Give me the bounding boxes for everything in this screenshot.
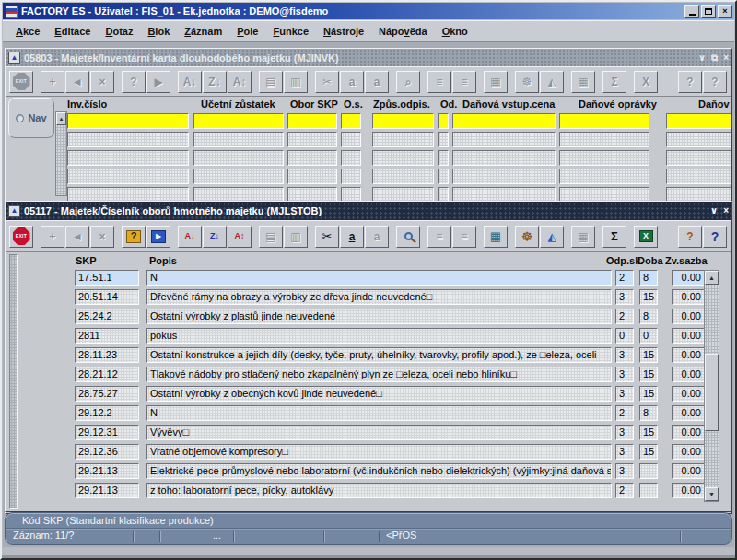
- add-record-button[interactable]: +: [41, 226, 64, 248]
- helm-button[interactable]: ☸: [515, 226, 539, 248]
- odp-sk-field[interactable]: 2: [615, 270, 634, 286]
- inv-cislo-field[interactable]: [67, 132, 189, 147]
- print-button[interactable]: ▤: [259, 71, 283, 93]
- popis-field[interactable]: Vratné objemové kompresory□: [146, 444, 612, 460]
- popis-field[interactable]: Elektrické pece průmyslové nebo laborato…: [146, 463, 612, 479]
- popis-field[interactable]: Ostatní výrobky z plastů jinde neuvedené: [146, 309, 612, 324]
- ucetni-zustatek-field[interactable]: [193, 132, 285, 147]
- os-field[interactable]: [341, 113, 361, 129]
- zv-sazba-field[interactable]: 0.00: [672, 309, 705, 324]
- menu-item[interactable]: Okno: [435, 23, 475, 40]
- cut-button[interactable]: ✂: [315, 71, 339, 93]
- menu-item[interactable]: Blok: [140, 23, 177, 40]
- od-field[interactable]: [438, 150, 449, 166]
- danova-vstup-cena-field[interactable]: [452, 169, 556, 184]
- add-record-button[interactable]: +: [41, 71, 64, 93]
- menu-item[interactable]: Nápověda: [371, 23, 435, 40]
- menu-item[interactable]: Záznam: [177, 23, 229, 40]
- child-close-icon[interactable]: ×: [723, 53, 729, 63]
- sum-button[interactable]: Σ: [602, 226, 626, 248]
- execute-query-button[interactable]: ▶: [146, 226, 170, 248]
- danov-field[interactable]: [666, 150, 731, 166]
- window-05803-title-bar[interactable]: ▲ 05803 - Majetek/Inventární karta dlouh…: [6, 49, 731, 66]
- odp-sk-field[interactable]: 2: [615, 405, 634, 421]
- ucetni-zustatek-field[interactable]: [193, 113, 285, 129]
- scrollbar-thumb[interactable]: [705, 354, 719, 431]
- help-button[interactable]: ?: [703, 71, 727, 93]
- popis-field[interactable]: Tlakové nádoby pro stlačený nebo zkapaln…: [146, 367, 612, 382]
- doba-field[interactable]: 8: [639, 270, 658, 286]
- skp-field[interactable]: 29.12.31: [75, 425, 139, 440]
- delete-record-button[interactable]: ×: [90, 226, 114, 248]
- sort-asc-button[interactable]: A↓: [178, 71, 202, 93]
- odp-sk-field[interactable]: 3: [615, 444, 634, 460]
- danov-field[interactable]: [666, 132, 731, 147]
- popis-field[interactable]: Ostatní konstrukce a jejich díly (desky,…: [146, 347, 612, 363]
- calculator-button[interactable]: ▦: [571, 71, 595, 93]
- popis-field[interactable]: N: [146, 270, 612, 286]
- sort-multi-button[interactable]: A↕: [228, 226, 252, 248]
- exit-button[interactable]: EXIT: [9, 226, 33, 248]
- print-button[interactable]: ▤: [259, 226, 283, 248]
- danove-opravky-field[interactable]: [559, 169, 649, 184]
- zv-sazba-field[interactable]: 0.00: [672, 405, 705, 421]
- obor-skp-field[interactable]: [287, 113, 336, 129]
- prism-button[interactable]: ◭: [540, 226, 564, 248]
- block-menu-button[interactable]: ≡: [427, 71, 451, 93]
- child-close-icon[interactable]: ×: [723, 206, 729, 216]
- danova-vstup-cena-field[interactable]: [452, 132, 556, 147]
- sort-asc-button[interactable]: A↓: [178, 226, 202, 248]
- zv-sazba-field[interactable]: 0.00: [672, 463, 705, 479]
- zv-sazba-field[interactable]: 0.00: [672, 347, 705, 363]
- execute-query-button[interactable]: ▶: [146, 71, 170, 93]
- zv-sazba-field[interactable]: 0.00: [672, 270, 705, 286]
- zv-sazba-field[interactable]: 0.00: [672, 328, 705, 344]
- skp-field[interactable]: 28.11.23: [75, 347, 139, 363]
- menu-item[interactable]: Pole: [229, 23, 265, 40]
- menu-item[interactable]: Dotaz: [98, 23, 140, 40]
- odp-sk-field[interactable]: 3: [615, 425, 634, 440]
- obor-skp-field[interactable]: [287, 150, 336, 166]
- odp-sk-field[interactable]: 3: [615, 386, 634, 402]
- zpus-odpis-field[interactable]: [372, 150, 434, 166]
- ucetni-zustatek-field[interactable]: [193, 150, 285, 166]
- menu-item[interactable]: Akce: [8, 23, 47, 40]
- doba-field[interactable]: [639, 483, 658, 498]
- sort-multi-button[interactable]: A↕: [228, 71, 252, 93]
- skp-field[interactable]: 29.21.13: [75, 483, 139, 498]
- doba-field[interactable]: 15: [639, 289, 658, 305]
- danove-opravky-field[interactable]: [559, 132, 649, 147]
- block-tree-button[interactable]: ≡: [452, 71, 476, 93]
- cut-button[interactable]: ✂: [315, 226, 339, 248]
- menu-item[interactable]: Funkce: [266, 23, 317, 40]
- od-field[interactable]: [438, 132, 449, 147]
- helm-button[interactable]: ☸: [515, 71, 539, 93]
- danova-vstup-cena-field[interactable]: [452, 113, 556, 129]
- close-button[interactable]: ×: [718, 5, 732, 18]
- skp-field[interactable]: 29.12.2: [75, 405, 139, 421]
- find-button[interactable]: [396, 226, 420, 248]
- os-field[interactable]: [341, 169, 361, 184]
- help-button[interactable]: ?: [703, 226, 727, 248]
- help-wizard-button[interactable]: ?: [678, 226, 702, 248]
- zv-sazba-field[interactable]: 0.00: [672, 386, 705, 402]
- zv-sazba-field[interactable]: 0.00: [672, 289, 705, 305]
- print-preview-button[interactable]: ▥: [284, 226, 308, 248]
- doba-field[interactable]: 15: [639, 444, 658, 460]
- help-wizard-button[interactable]: ?: [678, 71, 702, 93]
- skp-field[interactable]: 2811: [75, 328, 139, 344]
- od-field[interactable]: [438, 169, 449, 184]
- excel-export-button[interactable]: X: [634, 226, 658, 248]
- skp-field[interactable]: 20.51.14: [75, 289, 139, 305]
- popis-field[interactable]: Dřevěné rámy na obrazy a výrobky ze dřev…: [146, 289, 612, 305]
- danov-field[interactable]: [666, 169, 731, 184]
- child-minimize-icon[interactable]: ∨: [710, 206, 718, 216]
- os-field[interactable]: [341, 132, 361, 147]
- zv-sazba-field[interactable]: 0.00: [672, 367, 705, 382]
- window-05117-title-bar[interactable]: ▲ 05117 - Majetek/Číselník oborů hmotnéh…: [6, 202, 731, 220]
- child-restore-icon[interactable]: ⧉: [711, 53, 718, 63]
- doba-field[interactable]: [639, 463, 658, 479]
- doba-field[interactable]: 15: [639, 347, 658, 363]
- odp-sk-field[interactable]: 3: [615, 347, 634, 363]
- danove-opravky-field[interactable]: [559, 113, 649, 129]
